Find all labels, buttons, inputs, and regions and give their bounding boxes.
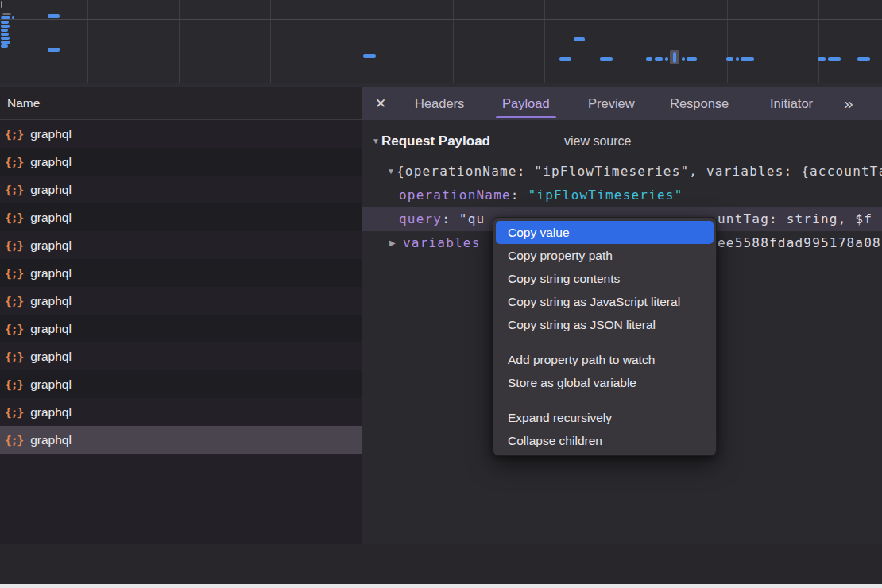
menu-item-collapse-children[interactable]: Collapse children [496, 429, 714, 452]
view-source-link[interactable]: view source [564, 130, 631, 153]
panel-bottom-border [0, 544, 882, 544]
json-fetch-icon: {;} [5, 434, 23, 447]
request-timing-bar[interactable] [1, 37, 10, 40]
json-fetch-icon: {;} [5, 323, 23, 335]
request-timing-bar[interactable] [687, 57, 697, 61]
request-timing-bar[interactable] [673, 52, 676, 63]
json-fetch-icon: {;} [5, 295, 23, 308]
name-column-header[interactable]: Name [0, 87, 362, 120]
request-timing-bar[interactable] [600, 57, 613, 61]
payload-tree-row[interactable]: operationName: "ipFlowTimeseries" [362, 184, 882, 207]
payload-tree-row[interactable]: ▼{operationName: "ipFlowTimeseries", var… [362, 160, 882, 184]
menu-item-add-property-path-to-watch[interactable]: Add property path to watch [496, 348, 714, 371]
table-row[interactable]: {;}graphql [0, 426, 362, 454]
tab-initiator[interactable]: Initiator [770, 87, 813, 120]
section-title: Request Payload [381, 130, 490, 153]
table-row[interactable]: {;}graphql [0, 231, 362, 259]
menu-item-copy-string-as-javascript-literal[interactable]: Copy string as JavaScript literal [496, 290, 714, 313]
token-key: query [399, 211, 442, 226]
request-timing-bar[interactable] [12, 16, 14, 19]
table-row[interactable]: {;}graphql [0, 148, 362, 176]
table-row[interactable]: {;}graphql [0, 203, 362, 231]
table-row[interactable]: {;}graphql [0, 370, 362, 398]
request-name: graphql [30, 405, 72, 420]
menu-item-copy-string-as-json-literal[interactable]: Copy string as JSON literal [496, 313, 714, 336]
request-timing-bar[interactable] [655, 57, 663, 61]
json-fetch-icon: {;} [5, 128, 23, 141]
table-row[interactable]: {;}graphql [0, 315, 362, 342]
request-name: graphql [30, 183, 72, 197]
request-timing-bar[interactable] [363, 54, 376, 58]
request-timing-bar[interactable] [665, 57, 668, 61]
json-fetch-icon: {;} [5, 239, 23, 252]
timeline-gridline [179, 0, 180, 83]
request-timing-bar[interactable] [1, 21, 9, 24]
request-timing-bar[interactable] [1, 29, 8, 32]
panel-divider[interactable] [362, 87, 362, 584]
name-column-label: Name [7, 96, 40, 110]
request-timing-bar[interactable] [48, 14, 60, 18]
token-key: variables [403, 235, 481, 250]
request-timing-bar[interactable] [682, 57, 685, 61]
menu-item-store-as-global-variable[interactable]: Store as global variable [496, 371, 714, 394]
request-timing-bar[interactable] [818, 57, 826, 61]
tree-row-text: {operationName: "ipFlowTimeseries", vari… [397, 160, 882, 184]
request-timing-bar[interactable] [1, 33, 9, 36]
window-bottom-edge [0, 584, 882, 588]
timeline-gridline [453, 0, 454, 83]
request-timing-bar[interactable] [48, 48, 60, 52]
table-row[interactable]: {;}graphql [0, 398, 362, 426]
token-key: operationName [399, 188, 511, 203]
table-row[interactable]: {;}graphql [0, 120, 362, 148]
menu-item-copy-value[interactable]: Copy value [496, 221, 714, 244]
requests-list: {;}graphql{;}graphql{;}graphql{;}graphql… [0, 120, 362, 454]
request-name: graphql [30, 127, 72, 141]
timeline-gridline [818, 0, 819, 83]
request-timing-bar[interactable] [1, 1, 2, 8]
tab-payload[interactable]: Payload [502, 87, 550, 120]
json-fetch-icon: {;} [5, 267, 23, 280]
collapse-triangle-icon[interactable]: ▼ [372, 130, 380, 153]
request-timing-bar[interactable] [828, 57, 841, 61]
tab-preview[interactable]: Preview [588, 87, 635, 120]
request-timing-bar[interactable] [1, 44, 8, 48]
request-timing-bar[interactable] [559, 57, 571, 61]
table-row[interactable]: {;}graphql [0, 287, 362, 315]
request-timing-bar[interactable] [646, 57, 652, 61]
timeline-gridline [270, 0, 271, 83]
request-timing-bar[interactable] [857, 57, 870, 61]
timeline-gridline [727, 0, 728, 83]
more-tabs-icon[interactable]: » [844, 87, 851, 120]
menu-item-expand-recursively[interactable]: Expand recursively [496, 406, 714, 429]
token-plain: : [511, 188, 528, 203]
table-row[interactable]: {;}graphql [0, 176, 362, 203]
table-row[interactable]: {;}graphql [0, 342, 362, 370]
network-overview-timeline[interactable] [0, 0, 882, 83]
token-plain: {operationName: "ipFlowTimeseries", vari… [397, 164, 882, 179]
tab-headers[interactable]: Headers [415, 87, 464, 120]
menu-separator [503, 342, 706, 342]
request-timing-bar[interactable] [1, 25, 10, 28]
menu-item-copy-string-contents[interactable]: Copy string contents [496, 267, 714, 290]
collapsed-triangle-icon[interactable]: ▶ [389, 231, 396, 255]
table-row[interactable]: {;}graphql [0, 259, 362, 287]
request-timing-bar[interactable] [1, 41, 10, 44]
request-timing-bar[interactable] [741, 57, 754, 61]
request-timing-bar[interactable] [1, 16, 10, 19]
request-timing-bar[interactable] [736, 57, 739, 61]
timeline-row-divider [0, 19, 882, 20]
devtools-network-panel: Name {;}graphql{;}graphql{;}graphql{;}gr… [0, 0, 882, 588]
request-name: graphql [30, 266, 72, 280]
request-timing-bar[interactable] [2, 13, 11, 15]
json-fetch-icon: {;} [5, 378, 23, 391]
expanded-triangle-icon[interactable]: ▼ [387, 160, 395, 184]
context-menu: Copy valueCopy property pathCopy string … [493, 217, 717, 456]
request-timing-bar[interactable] [574, 37, 585, 41]
tree-row-text-fragment: ee5588fdad995178a08 [718, 231, 881, 255]
close-icon[interactable]: ✕ [375, 87, 386, 120]
request-name: graphql [30, 350, 72, 364]
request-timing-bar[interactable] [726, 57, 733, 61]
menu-item-copy-property-path[interactable]: Copy property path [496, 244, 714, 267]
token-plain: : [442, 211, 459, 226]
tab-response[interactable]: Response [670, 87, 729, 120]
